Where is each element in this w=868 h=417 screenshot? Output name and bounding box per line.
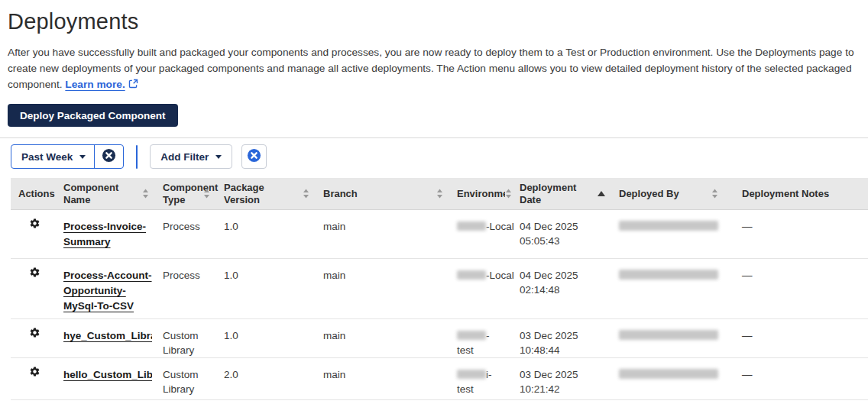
column-label: Deployment Notes: [742, 188, 829, 200]
component-name-link[interactable]: Process-Invoice-Summary: [63, 219, 152, 250]
sort-toggle-icon[interactable]: [711, 189, 718, 199]
environment-suffix: -Local: [486, 221, 514, 232]
environment-line1: -Local: [457, 219, 517, 234]
component-type-cell: Custom Library: [163, 319, 224, 357]
actions-menu-button[interactable]: [29, 267, 40, 278]
environment-suffix: i-: [486, 369, 492, 380]
environment-line1: -Local: [457, 268, 517, 283]
column-header[interactable]: Package Version: [224, 178, 323, 209]
deployment-date-line: 04 Dec 2025: [520, 268, 608, 283]
environment-suffix: -Local: [486, 270, 514, 281]
deployed-by-redacted: [619, 270, 718, 280]
environment-line2: test: [457, 343, 517, 357]
sort-toggle-icon[interactable]: [142, 189, 149, 199]
clear-filters-button[interactable]: [241, 144, 267, 169]
x-circle-icon: [102, 148, 116, 166]
date-filter-dropdown[interactable]: Past Week: [11, 145, 94, 168]
environment-cell: -Local: [457, 259, 520, 318]
x-circle-icon: [247, 148, 261, 166]
environment-line1: -: [457, 328, 517, 343]
package-version-cell: 1.0: [224, 210, 323, 258]
column-header[interactable]: Deployed By: [619, 178, 732, 209]
environment-redacted: [457, 270, 486, 280]
date-filter-chip: Past Week: [11, 144, 124, 169]
deployment-date-cell: 03 Dec 2025 10:21:42: [520, 358, 619, 399]
component-name-link[interactable]: hye_Custom_Library: [63, 328, 152, 344]
column-label: Component Type: [163, 182, 203, 206]
add-filter-button[interactable]: Add Filter: [150, 144, 232, 169]
column-header[interactable]: Deployment Date: [520, 178, 619, 209]
column-header[interactable]: Deployment Notes: [732, 178, 868, 209]
deployed-by-redacted: [619, 369, 718, 379]
column-label: Deployment Date: [520, 182, 598, 206]
component-name-link[interactable]: hello_Custom_Library: [63, 367, 152, 383]
package-version-cell: 1.0: [224, 259, 323, 318]
branch-cell: main: [323, 259, 457, 318]
component-name-cell: hello_Custom_Library: [63, 358, 163, 399]
deployment-notes-cell: —: [732, 319, 868, 357]
table-row: Process-Account-Opportunity-MySql-To-CSV…: [11, 259, 868, 319]
component-name-cell: hye_Custom_Library: [63, 319, 163, 357]
actions-cell: [11, 319, 63, 357]
deployment-notes-cell: —: [732, 259, 868, 318]
environment-redacted: [457, 370, 486, 379]
sort-toggle-icon[interactable]: [303, 189, 309, 199]
actions-menu-button[interactable]: [29, 327, 40, 338]
deployment-notes-cell: —: [732, 210, 868, 258]
component-name-cell: Process-Invoice-Summary: [63, 210, 163, 258]
column-header[interactable]: Component Name: [63, 178, 163, 209]
actions-menu-button[interactable]: [29, 366, 40, 377]
add-filter-label: Add Filter: [160, 151, 209, 163]
deployment-date-cell: 04 Dec 2025 05:05:43: [520, 210, 619, 258]
column-header[interactable]: Environment: [457, 178, 520, 209]
column-label: Deployed By: [619, 188, 679, 200]
component-type-cell: Process: [163, 259, 224, 318]
learn-more-link[interactable]: Learn more.: [65, 79, 125, 90]
column-header[interactable]: Component Type: [163, 178, 224, 209]
sort-toggle-icon[interactable]: [436, 189, 443, 199]
column-label: Package Version: [224, 182, 303, 206]
deployed-by-cell: [619, 259, 732, 318]
actions-menu-button[interactable]: [29, 218, 40, 229]
sort-ascending-icon[interactable]: [598, 191, 605, 196]
component-name-link[interactable]: Process-Account-Opportunity-MySql-To-CSV: [63, 268, 152, 314]
deployment-date-cell: 04 Dec 2025 02:14:48: [520, 259, 619, 318]
deployed-by-redacted: [619, 221, 718, 231]
filter-bar: Past Week Add Filter: [11, 144, 868, 169]
environment-cell: i- test: [457, 358, 520, 399]
deployment-time-line: 10:48:44: [520, 343, 608, 357]
gear-icon: [29, 329, 40, 341]
package-version-cell: 2.0: [224, 358, 323, 399]
date-filter-label: Past Week: [21, 151, 73, 163]
sort-toggle-icon[interactable]: [203, 189, 210, 199]
package-version-cell: 1.0: [224, 319, 323, 357]
deployment-date-line: 03 Dec 2025: [520, 367, 608, 382]
deployment-time-line: 05:05:43: [520, 234, 608, 248]
branch-cell: main: [323, 319, 457, 357]
chevron-down-icon: [215, 155, 222, 159]
gear-icon: [29, 368, 40, 380]
toolbar-divider: [0, 137, 868, 138]
branch-cell: main: [323, 210, 457, 258]
column-header[interactable]: Actions: [11, 178, 63, 209]
deployed-by-cell: [619, 358, 732, 399]
page-title: Deployments: [8, 9, 868, 34]
sort-toggle-icon[interactable]: [505, 189, 512, 199]
environment-line1: i-: [457, 367, 517, 382]
deployment-date-line: 04 Dec 2025: [520, 219, 608, 234]
gear-icon: [29, 220, 40, 231]
remove-date-filter-button[interactable]: [94, 145, 123, 168]
environment-cell: - test: [457, 319, 520, 357]
deployments-table: Actions Component Name Component Type Pa…: [11, 178, 868, 400]
table-row: Process-Invoice-Summary Process 1.0 main…: [11, 210, 868, 259]
actions-cell: [11, 259, 63, 318]
gear-icon: [29, 269, 40, 280]
environment-cell: -Local: [457, 210, 520, 258]
deployment-notes-cell: —: [732, 358, 868, 399]
deploy-packaged-component-button[interactable]: Deploy Packaged Component: [8, 104, 178, 127]
column-header[interactable]: Branch: [323, 178, 457, 209]
table-row: hye_Custom_Library Custom Library 1.0 ma…: [11, 319, 868, 358]
deployment-date-line: 03 Dec 2025: [520, 328, 608, 343]
environment-line2: test: [457, 382, 517, 396]
column-label: Branch: [323, 188, 358, 200]
